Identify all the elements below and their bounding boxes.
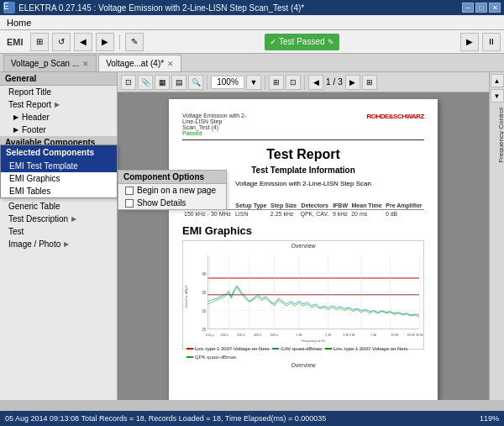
cell-setup-type: LISN [234, 210, 269, 218]
dropdown-item-1[interactable]: EMI Graphics [1, 172, 117, 185]
next-page-btn[interactable]: ▶ [345, 75, 360, 90]
tab-0[interactable]: Voltage_p Scan ... ✕ [3, 55, 97, 71]
doc-passed: Passed [182, 130, 246, 136]
cell-mean-time: 20 ms [349, 210, 384, 218]
toolbar-btn-2[interactable]: ↺ [52, 33, 71, 51]
legend-label-2: Lim. type 1 2007 Voltage on Nets [333, 346, 407, 351]
ct-btn-2[interactable]: 📎 [138, 75, 153, 90]
legend-item-2: Lim. type 1 2007 Voltage on Nets [325, 346, 407, 351]
comp-options-title: Component Options [118, 171, 226, 184]
play-btn[interactable]: ▶ [460, 33, 479, 51]
cell-ifbw: 9 kHz [331, 210, 349, 218]
ct-btn-6[interactable]: ▼ [246, 75, 261, 90]
doc-header-text3: Scan_Test (4) [182, 124, 246, 130]
panel-item-test-description[interactable]: Test Description ▶ [0, 213, 117, 225]
pause-btn[interactable]: ⏸ [482, 33, 501, 51]
legend-item-3: QPK quasi-dBmax [186, 355, 236, 360]
ct-btn-8[interactable]: ⊡ [286, 75, 301, 90]
chart-container: Overview 40 [182, 240, 424, 350]
window-title: ELEKTRA 0.27.145 : Voltage Emission with… [18, 3, 462, 13]
ct-btn-4[interactable]: ▤ [171, 75, 186, 90]
passed-label: Test Passed [279, 37, 324, 46]
svg-text:3 M 4 M: 3 M 4 M [343, 333, 355, 337]
content-area: ⊡ 📎 ▦ ▤ 🔍 100% ▼ ⊞ ⊡ ◀ 1 / [118, 72, 504, 400]
tab-1-label: Voltage...at (4)* [106, 59, 164, 68]
right-btn-1[interactable]: ▲ [491, 74, 504, 87]
right-toolbar: ▲ ▼ Frequency Control [489, 72, 504, 400]
panel-item-image-photo-label: Image / Photo [8, 239, 60, 249]
panel-item-generic-table-label: Generic Table [8, 202, 60, 211]
doc-title: Test Report [182, 147, 424, 162]
legend-item-0: Lim. type 1 2007 Voltage on Nets [186, 346, 269, 351]
svg-text:600 k: 600 k [270, 333, 279, 337]
panel-item-generic-table[interactable]: Generic Table [0, 200, 117, 213]
svg-text:200 k: 200 k [221, 333, 229, 337]
sep4 [304, 75, 305, 90]
dropdown-item-0[interactable]: EMI Test Template [1, 160, 117, 172]
cell-pre-amp: 0 dB [384, 210, 424, 218]
dropdown-header: Selected Components [1, 145, 117, 160]
dropdown-item-2[interactable]: EMI Tables [1, 185, 117, 197]
svg-text:400 k: 400 k [254, 333, 262, 337]
content-toolbar: ⊡ 📎 ▦ ▤ 🔍 100% ▼ ⊞ ⊡ ◀ 1 / [118, 72, 489, 92]
status-zoom: 119% [480, 414, 499, 423]
ct-btn-5[interactable]: 🔍 [188, 75, 203, 90]
menu-bar: Home [0, 15, 504, 30]
chart-subtitle: Overview [183, 361, 423, 369]
passed-badge: ✓ Test Passed ✎ [265, 34, 339, 50]
page-sep: / [333, 77, 336, 87]
panel-item-header[interactable]: ▶ Header [0, 111, 117, 124]
right-btn-2[interactable]: ▼ [491, 89, 504, 103]
edit-icon[interactable]: ✎ [328, 38, 334, 46]
current-page: 1 [326, 77, 331, 87]
prev-page-btn[interactable]: ◀ [308, 75, 323, 90]
ct-btn-7[interactable]: ⊞ [269, 75, 284, 90]
option-begin-new-page[interactable]: Begin on a new page [118, 184, 226, 197]
arrow-icon-2: ▶ [13, 113, 18, 121]
checkbox-show[interactable] [125, 199, 134, 208]
toolbar-btn-4[interactable]: ▶ [96, 33, 114, 51]
zoom-input[interactable]: 100% [211, 76, 244, 89]
panel-item-test-report[interactable]: Test Report ▶ [0, 98, 117, 111]
emi-graphics-title: EMI Graphics [182, 224, 424, 237]
panel-item-test[interactable]: Test [0, 225, 117, 238]
tab-0-close[interactable]: ✕ [82, 60, 89, 68]
arrow-5: ▶ [71, 215, 76, 223]
svg-text:30: 30 [202, 308, 207, 313]
checkbox-begin[interactable] [125, 187, 134, 195]
panel-item-image-photo[interactable]: Image / Photo ▶ [0, 238, 117, 250]
doc-header-left: Voltage Emission with 2- Line-LISN Step … [182, 113, 246, 136]
col-setup-type: Setup Type [234, 202, 269, 210]
legend-dot-2 [325, 348, 332, 350]
toolbar-btn-5[interactable]: ✎ [125, 33, 144, 51]
checkmark-icon: ✓ [270, 37, 276, 46]
legend-label-3: QPK quasi-dBmax [195, 355, 236, 360]
selected-components-dropdown: Selected Components EMI Test Template EM… [0, 145, 118, 198]
toolbar-btn-1[interactable]: ⊞ [30, 33, 49, 51]
ct-btn-3[interactable]: ▦ [155, 75, 170, 90]
panel-item-footer[interactable]: ▶ Footer [0, 124, 117, 136]
ct-btn-9[interactable]: ⊞ [362, 75, 377, 90]
close-button[interactable]: ✕ [489, 3, 501, 13]
option-begin-label: Begin on a new page [137, 186, 216, 195]
menu-home[interactable]: Home [3, 15, 34, 29]
panel-item-test-label: Test [8, 227, 24, 236]
legend-dot-3 [186, 356, 193, 358]
chart-svg: 40 35 30 25 [183, 250, 423, 343]
svg-text:Frequency in Hz: Frequency in Hz [302, 339, 326, 343]
ct-btn-1[interactable]: ⊡ [121, 75, 136, 90]
option-show-details[interactable]: Show Details [118, 197, 226, 209]
toolbar-btn-3[interactable]: ◀ [74, 33, 92, 51]
tab-1-close[interactable]: ✕ [167, 60, 174, 68]
arrow-icon-3: ▶ [13, 126, 18, 134]
minimize-button[interactable]: ─ [462, 3, 474, 13]
frequency-control-label: Frequency Control [490, 104, 505, 166]
tab-1[interactable]: Voltage...at (4)* ✕ [98, 55, 181, 71]
arrow-icon: ▶ [55, 101, 60, 108]
maximize-button[interactable]: □ [475, 3, 487, 13]
title-bar: E ELEKTRA 0.27.145 : Voltage Emission wi… [0, 0, 504, 15]
panel-item-report-title[interactable]: Report Title [0, 86, 117, 98]
cell-step-size: 2.25 kHz [269, 210, 299, 218]
cell-subrange: 150 kHz - 30 MHz [182, 210, 234, 218]
component-options: Component Options Begin on a new page Sh… [118, 170, 227, 210]
